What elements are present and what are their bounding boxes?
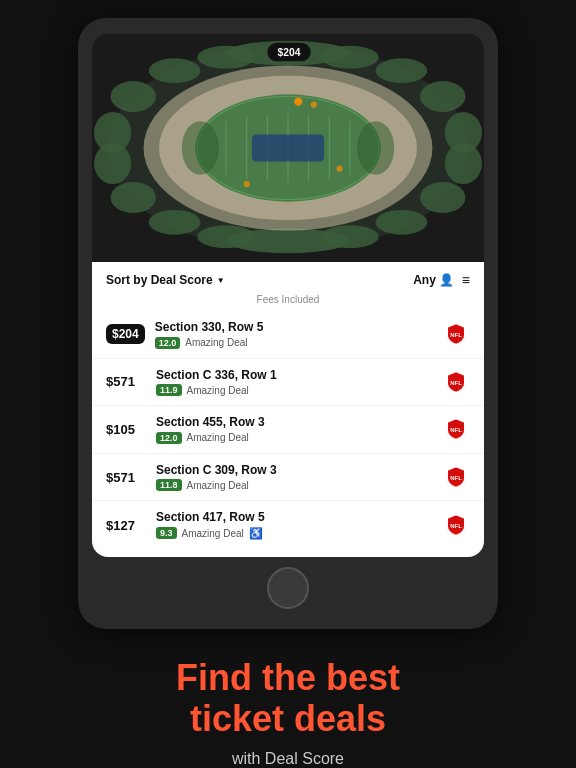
any-button[interactable]: Any 👤 <box>413 273 454 287</box>
score-label: Amazing Deal <box>187 432 249 443</box>
ticket-price: $127 <box>106 518 148 533</box>
nfl-logo: NFL <box>442 372 470 392</box>
ticket-info: Section 417, Row 59.3Amazing Deal♿ <box>156 510 442 540</box>
ticket-list: $204Section 330, Row 512.0Amazing Deal N… <box>92 311 484 549</box>
svg-point-37 <box>244 181 250 187</box>
svg-point-36 <box>336 166 342 172</box>
score-label: Amazing Deal <box>182 528 244 539</box>
svg-point-6 <box>376 58 428 83</box>
ticket-price: $204 <box>106 324 145 344</box>
ticket-price: $571 <box>106 374 148 389</box>
score-label: Amazing Deal <box>185 337 247 348</box>
headline-line2: ticket deals <box>176 698 400 739</box>
svg-rect-33 <box>252 135 324 162</box>
ticket-row[interactable]: $571Section C 309, Row 311.8Amazing Deal… <box>92 454 484 502</box>
svg-point-32 <box>357 121 394 175</box>
ticket-price: $571 <box>106 470 148 485</box>
svg-text:$204: $204 <box>278 47 301 58</box>
nfl-logo: NFL <box>442 419 470 439</box>
score-label: Amazing Deal <box>187 385 249 396</box>
svg-point-35 <box>311 102 317 108</box>
svg-point-12 <box>197 225 255 248</box>
ticket-section: Section 455, Row 3 <box>156 415 442 431</box>
tablet-device: $204 Sort by Deal Score ▼ Any 👤 ≡ Fees I… <box>78 18 498 629</box>
svg-point-13 <box>321 225 379 248</box>
nfl-logo: NFL <box>442 324 470 344</box>
headline-line1: Find the best <box>176 657 400 698</box>
person-icon: 👤 <box>439 273 454 287</box>
ticket-info: Section C 336, Row 111.9Amazing Deal <box>156 368 442 397</box>
ticket-panel: Sort by Deal Score ▼ Any 👤 ≡ Fees Includ… <box>92 262 484 557</box>
svg-point-19 <box>445 143 482 184</box>
svg-point-4 <box>321 46 379 69</box>
ticket-score-row: 11.8Amazing Deal <box>156 479 442 491</box>
svg-point-15 <box>376 210 428 235</box>
score-badge: 11.8 <box>156 479 182 491</box>
stadium-map[interactable]: $204 <box>92 34 484 262</box>
score-badge: 12.0 <box>155 337 181 349</box>
sort-button[interactable]: Sort by Deal Score ▼ <box>106 273 225 287</box>
svg-point-31 <box>182 121 219 175</box>
sort-caret-icon: ▼ <box>217 276 225 285</box>
home-button[interactable] <box>267 567 309 609</box>
ticket-price: $105 <box>106 422 148 437</box>
filter-icon[interactable]: ≡ <box>462 272 470 288</box>
svg-point-34 <box>294 97 302 105</box>
svg-point-8 <box>420 81 465 112</box>
svg-point-7 <box>111 81 156 112</box>
ticket-section: Section 330, Row 5 <box>155 320 442 336</box>
svg-text:NFL: NFL <box>450 475 462 481</box>
score-badge: 9.3 <box>156 527 177 539</box>
nfl-logo: NFL <box>442 467 470 487</box>
ticket-row[interactable]: $204Section 330, Row 512.0Amazing Deal N… <box>92 311 484 359</box>
sort-label: Sort by Deal Score <box>106 273 213 287</box>
panel-header: Sort by Deal Score ▼ Any 👤 ≡ <box>92 262 484 292</box>
ticket-row[interactable]: $105Section 455, Row 312.0Amazing Deal N… <box>92 406 484 454</box>
svg-text:NFL: NFL <box>450 524 462 530</box>
svg-point-5 <box>149 58 201 83</box>
headline: Find the best ticket deals <box>176 657 400 740</box>
ticket-row[interactable]: $127Section 417, Row 59.3Amazing Deal♿ N… <box>92 501 484 549</box>
ticket-info: Section C 309, Row 311.8Amazing Deal <box>156 463 442 492</box>
header-right: Any 👤 ≡ <box>413 272 470 288</box>
accessibility-icon: ♿ <box>249 527 263 540</box>
ticket-info: Section 330, Row 512.0Amazing Deal <box>155 320 442 349</box>
ticket-score-row: 12.0Amazing Deal <box>156 432 442 444</box>
nfl-logo: NFL <box>442 515 470 535</box>
subheadline: with Deal Score <box>176 750 400 768</box>
svg-point-17 <box>420 182 465 213</box>
score-badge: 12.0 <box>156 432 182 444</box>
svg-point-18 <box>94 143 131 184</box>
ticket-score-row: 11.9Amazing Deal <box>156 384 442 396</box>
svg-text:NFL: NFL <box>450 428 462 434</box>
score-badge: 11.9 <box>156 384 182 396</box>
svg-point-3 <box>197 46 255 69</box>
ticket-section: Section 417, Row 5 <box>156 510 442 526</box>
ticket-section: Section C 336, Row 1 <box>156 368 442 384</box>
svg-text:NFL: NFL <box>450 380 462 386</box>
svg-point-14 <box>149 210 201 235</box>
svg-point-16 <box>111 182 156 213</box>
ticket-section: Section C 309, Row 3 <box>156 463 442 479</box>
ticket-info: Section 455, Row 312.0Amazing Deal <box>156 415 442 444</box>
ticket-score-row: 9.3Amazing Deal♿ <box>156 527 442 540</box>
marketing-section: Find the best ticket deals with Deal Sco… <box>136 657 440 768</box>
fees-included-label: Fees Included <box>92 292 484 311</box>
score-label: Amazing Deal <box>187 480 249 491</box>
ticket-score-row: 12.0Amazing Deal <box>155 337 442 349</box>
svg-text:NFL: NFL <box>450 333 462 339</box>
ticket-row[interactable]: $571Section C 336, Row 111.9Amazing Deal… <box>92 359 484 407</box>
